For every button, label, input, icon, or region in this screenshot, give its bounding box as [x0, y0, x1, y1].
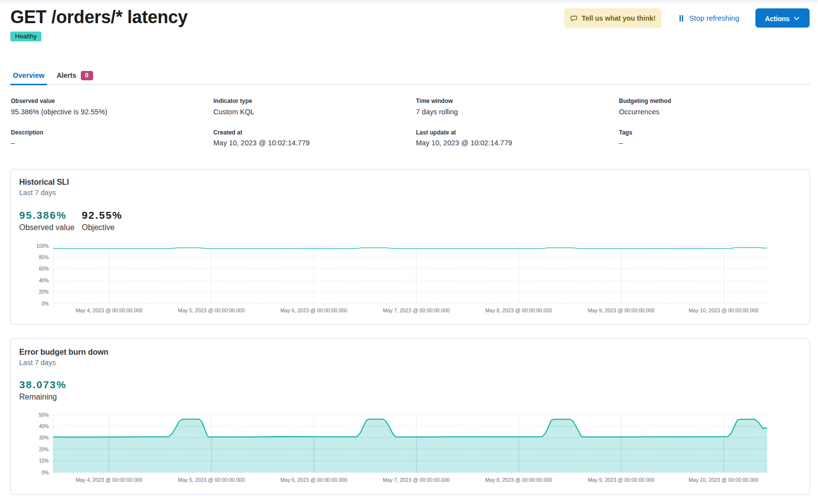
- svg-text:60%: 60%: [39, 266, 49, 271]
- svg-text:40%: 40%: [39, 278, 49, 283]
- svg-text:May 7, 2023 @ 00:00:00.000: May 7, 2023 @ 00:00:00.000: [383, 477, 450, 483]
- svg-text:20%: 20%: [39, 447, 49, 452]
- svg-text:May 8, 2023 @ 00:00:00.000: May 8, 2023 @ 00:00:00.000: [485, 477, 552, 483]
- svg-text:100%: 100%: [36, 243, 49, 249]
- svg-text:40%: 40%: [39, 424, 49, 429]
- svg-text:10%: 10%: [39, 458, 49, 464]
- svg-text:May 6, 2023 @ 00:00:00.000: May 6, 2023 @ 00:00:00.000: [280, 307, 347, 313]
- svg-text:May 4, 2023 @ 00:00:00.000: May 4, 2023 @ 00:00:00.000: [75, 477, 142, 483]
- svg-text:May 9, 2023 @ 00:00:00.000: May 9, 2023 @ 00:00:00.000: [588, 477, 655, 483]
- svg-text:0%: 0%: [42, 301, 49, 306]
- svg-text:20%: 20%: [39, 289, 49, 295]
- svg-text:May 10, 2023 @ 00:00:00.000: May 10, 2023 @ 00:00:00.000: [689, 477, 759, 483]
- svg-text:30%: 30%: [39, 435, 49, 440]
- svg-text:50%: 50%: [39, 412, 49, 418]
- svg-text:0%: 0%: [42, 470, 49, 475]
- svg-text:May 7, 2023 @ 00:00:00.000: May 7, 2023 @ 00:00:00.000: [383, 307, 450, 313]
- svg-text:May 6, 2023 @ 00:00:00.000: May 6, 2023 @ 00:00:00.000: [280, 477, 347, 483]
- svg-text:80%: 80%: [39, 255, 49, 260]
- svg-text:May 4, 2023 @ 00:00:00.000: May 4, 2023 @ 00:00:00.000: [75, 307, 142, 313]
- svg-text:May 5, 2023 @ 00:00:00.000: May 5, 2023 @ 00:00:00.000: [178, 307, 245, 313]
- svg-text:May 9, 2023 @ 00:00:00.000: May 9, 2023 @ 00:00:00.000: [588, 307, 655, 313]
- svg-text:May 5, 2023 @ 00:00:00.000: May 5, 2023 @ 00:00:00.000: [178, 477, 245, 483]
- svg-text:May 10, 2023 @ 00:00:00.000: May 10, 2023 @ 00:00:00.000: [689, 307, 759, 313]
- svg-text:May 8, 2023 @ 00:00:00.000: May 8, 2023 @ 00:00:00.000: [485, 307, 552, 313]
